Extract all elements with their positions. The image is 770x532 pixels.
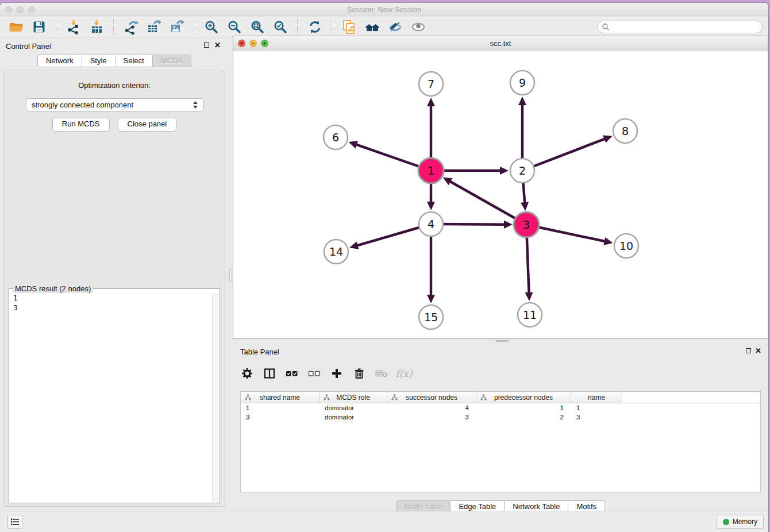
graph-edge-2-8[interactable] bbox=[522, 138, 605, 171]
cell-shared-name[interactable]: 1 bbox=[241, 404, 319, 411]
show-details-icon[interactable] bbox=[410, 18, 427, 36]
hide-details-icon[interactable] bbox=[387, 18, 404, 36]
memory-status-icon bbox=[723, 519, 729, 525]
network-view-window: ✕ − + scc.txt 7968124314101511 bbox=[233, 36, 768, 339]
graph-edge-arrowhead bbox=[349, 241, 359, 249]
main-window: Session: New Session bbox=[0, 3, 768, 532]
close-panel-button[interactable]: Close panel bbox=[118, 118, 177, 132]
network-canvas[interactable]: 7968124314101511 bbox=[233, 51, 768, 338]
column-header-name[interactable]: name bbox=[571, 392, 622, 403]
node-table[interactable]: shared name MCDS role successor nodes pr… bbox=[240, 391, 761, 492]
column-header-shared-name[interactable]: shared name bbox=[241, 392, 319, 403]
graph-edge-arrowhead bbox=[525, 292, 533, 301]
graph-node-label: 11 bbox=[523, 309, 537, 321]
main-titlebar: Session: New Session bbox=[0, 3, 768, 17]
graph-node-label: 14 bbox=[329, 245, 343, 258]
export-image-icon[interactable] bbox=[168, 18, 186, 36]
criterion-dropdown[interactable]: strongly connected component bbox=[26, 98, 204, 111]
delete-row-icon[interactable] bbox=[353, 367, 365, 380]
column-header-successor-nodes[interactable]: successor nodes bbox=[387, 392, 476, 403]
add-row-icon[interactable] bbox=[330, 367, 343, 380]
column-type-icon bbox=[324, 394, 330, 400]
control-panel-header: Control Panel ✕ bbox=[0, 37, 229, 55]
refresh-layout-icon[interactable] bbox=[306, 18, 324, 36]
cell-name[interactable]: 1 bbox=[571, 404, 622, 411]
zoom-out-icon[interactable] bbox=[226, 18, 243, 36]
tab-select[interactable]: Select bbox=[116, 55, 153, 67]
optimization-criterion-label: Optimization criterion: bbox=[4, 81, 225, 90]
cell-successor-nodes[interactable]: 3 bbox=[387, 414, 476, 421]
deselect-all-icon[interactable] bbox=[308, 367, 321, 380]
zoom-in-icon[interactable] bbox=[203, 18, 220, 36]
show-columns-icon[interactable] bbox=[263, 367, 276, 380]
splitter-grip[interactable] bbox=[496, 340, 509, 342]
table-panel-title: Table Panel bbox=[240, 348, 279, 356]
list-icon bbox=[10, 517, 20, 526]
toolbar-separator bbox=[194, 20, 195, 34]
column-header-predecessor-nodes[interactable]: predecessor nodes bbox=[476, 392, 571, 403]
tab-style[interactable]: Style bbox=[82, 55, 116, 67]
zoom-selected-icon[interactable] bbox=[272, 18, 289, 36]
cell-successor-nodes[interactable]: 4 bbox=[387, 404, 476, 411]
toolbar-separator bbox=[56, 20, 57, 34]
table-settings-gear-icon[interactable] bbox=[241, 367, 253, 380]
column-type-icon bbox=[480, 394, 487, 400]
graph-node-label: 3 bbox=[523, 218, 530, 231]
search-box[interactable] bbox=[597, 21, 763, 33]
network-view-titlebar: ✕ − + scc.txt bbox=[233, 36, 768, 52]
search-icon bbox=[602, 23, 610, 31]
graph-edge-arrowhead bbox=[349, 141, 358, 148]
tab-mcds[interactable]: MCDS bbox=[153, 55, 191, 67]
run-mcds-button[interactable]: Run MCDS bbox=[52, 118, 110, 132]
export-table-icon[interactable] bbox=[145, 18, 163, 36]
result-line: 1 bbox=[13, 294, 213, 303]
mcds-result-title: MCDS result (2 nodes) bbox=[13, 284, 93, 293]
cell-predecessor-nodes[interactable]: 2 bbox=[476, 414, 571, 421]
result-scrollbar[interactable] bbox=[212, 294, 218, 502]
open-session-icon[interactable] bbox=[7, 18, 25, 36]
float-panel-icon[interactable] bbox=[746, 348, 751, 353]
graph-edge-arrowhead bbox=[500, 167, 509, 175]
task-history-button[interactable] bbox=[7, 515, 22, 529]
function-builder-icon[interactable]: f(x) bbox=[398, 367, 410, 380]
result-line: 3 bbox=[13, 303, 213, 313]
close-panel-icon[interactable]: ✕ bbox=[755, 346, 761, 355]
table-header-row: shared name MCDS role successor nodes pr… bbox=[241, 392, 760, 403]
mcds-result-text[interactable]: 1 3 bbox=[10, 294, 213, 502]
table-row[interactable]: 1 dominator 4 1 1 bbox=[241, 403, 760, 413]
cell-name[interactable]: 3 bbox=[571, 414, 622, 421]
float-panel-icon[interactable] bbox=[204, 43, 209, 48]
tab-network[interactable]: Network bbox=[37, 55, 82, 67]
cell-shared-name[interactable]: 3 bbox=[241, 414, 319, 421]
network-graph[interactable]: 7968124314101511 bbox=[233, 51, 768, 339]
control-panel: Control Panel ✕ Network Style Select MCD… bbox=[0, 37, 229, 511]
home-icon[interactable] bbox=[364, 18, 381, 36]
import-network-icon[interactable] bbox=[65, 18, 82, 36]
graph-edge-arrowhead bbox=[521, 202, 529, 211]
cell-mcds-role[interactable]: dominator bbox=[319, 414, 387, 421]
horizontal-splitter[interactable] bbox=[233, 339, 768, 343]
graph-edge-arrowhead bbox=[603, 237, 613, 245]
import-table-icon[interactable] bbox=[88, 18, 105, 36]
splitter-grip[interactable] bbox=[229, 269, 232, 282]
select-all-icon[interactable] bbox=[286, 367, 298, 380]
status-bar: Memory bbox=[0, 511, 768, 532]
vertical-splitter[interactable] bbox=[229, 37, 233, 511]
memory-button[interactable]: Memory bbox=[717, 515, 764, 529]
mcds-result-group: MCDS result (2 nodes) 1 3 bbox=[9, 288, 220, 503]
zoom-fit-icon[interactable] bbox=[249, 18, 266, 36]
toolbar-separator bbox=[113, 20, 114, 34]
cell-predecessor-nodes[interactable]: 1 bbox=[476, 404, 571, 411]
cell-mcds-role[interactable]: dominator bbox=[319, 404, 387, 411]
close-panel-icon[interactable]: ✕ bbox=[214, 41, 221, 49]
main-toolbar bbox=[0, 17, 768, 37]
column-header-mcds-role[interactable]: MCDS role bbox=[319, 392, 387, 403]
table-row[interactable]: 3 dominator 3 2 3 bbox=[241, 413, 760, 422]
network-file-icon[interactable] bbox=[341, 18, 358, 36]
save-session-icon[interactable] bbox=[30, 18, 48, 36]
export-network-icon[interactable] bbox=[122, 18, 140, 36]
search-input[interactable] bbox=[612, 22, 762, 32]
delete-table-icon[interactable] bbox=[375, 367, 388, 380]
control-panel-title: Control Panel bbox=[6, 42, 51, 51]
dropdown-stepper-icon bbox=[192, 101, 199, 109]
